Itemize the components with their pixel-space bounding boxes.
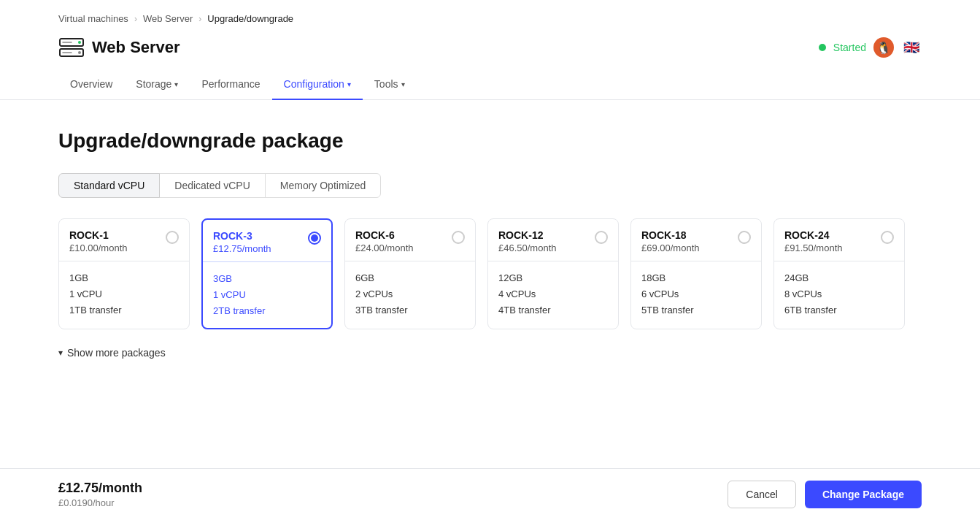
package-name: ROCK-18 <box>641 229 700 241</box>
status-indicator <box>819 44 826 51</box>
page-title: Upgrade/downgrade package <box>58 129 922 153</box>
packages-grid: ROCK-1 £10.00/month 1GB1 vCPU1TB transfe… <box>58 218 922 329</box>
package-radio[interactable] <box>738 231 751 244</box>
package-spec: 2TB transfer <box>213 303 321 319</box>
package-spec: 1TB transfer <box>69 302 179 318</box>
tab-tools[interactable]: Tools ▾ <box>363 69 417 100</box>
page-header: Web Server Started 🐧 🇬🇧 <box>0 37 980 58</box>
main-content: Upgrade/downgrade package Standard vCPU … <box>0 100 980 388</box>
package-card-rock-18[interactable]: ROCK-18 £69.00/month 18GB6 vCPUs5TB tran… <box>630 218 762 329</box>
package-spec: 6TB transfer <box>784 302 894 318</box>
package-info: ROCK-6 £24.00/month <box>355 229 414 253</box>
package-spec: 12GB <box>498 270 608 286</box>
package-card-header: ROCK-18 £69.00/month <box>631 219 761 261</box>
tab-performance[interactable]: Performance <box>190 69 271 100</box>
breadcrumb-web-server[interactable]: Web Server <box>143 13 193 24</box>
header-left: Web Server <box>58 37 180 58</box>
package-price: £46.50/month <box>498 242 557 253</box>
tab-overview[interactable]: Overview <box>58 69 124 100</box>
breadcrumb-sep-1: › <box>134 14 137 24</box>
package-card-rock-6[interactable]: ROCK-6 £24.00/month 6GB2 vCPUs3TB transf… <box>344 218 476 329</box>
package-card-body: 24GB8 vCPUs6TB transfer <box>774 261 904 327</box>
tools-chevron: ▾ <box>401 80 405 88</box>
os-badge: 🐧 <box>873 37 894 58</box>
breadcrumb-current: Upgrade/downgrade <box>207 13 293 24</box>
package-radio[interactable] <box>308 232 321 245</box>
package-spec: 4TB transfer <box>498 302 608 318</box>
package-info: ROCK-1 £10.00/month <box>69 229 128 253</box>
storage-chevron: ▾ <box>174 80 178 88</box>
package-price: £12.75/month <box>213 243 271 254</box>
package-spec: 1 vCPU <box>69 286 179 302</box>
package-spec: 8 vCPUs <box>784 286 894 302</box>
package-spec: 3TB transfer <box>355 302 465 318</box>
svg-point-3 <box>78 51 81 54</box>
package-name: ROCK-3 <box>213 230 271 242</box>
show-more-button[interactable]: ▾ Show more packages <box>58 347 922 359</box>
package-info: ROCK-18 £69.00/month <box>641 229 700 253</box>
package-card-rock-3[interactable]: ROCK-3 £12.75/month 3GB1 vCPU2TB transfe… <box>201 218 333 329</box>
package-price: £91.50/month <box>784 242 843 253</box>
header-right: Started 🐧 🇬🇧 <box>819 37 922 58</box>
breadcrumb-sep-2: › <box>198 14 201 24</box>
cpu-type-tabs: Standard vCPU Dedicated vCPU Memory Opti… <box>58 173 922 198</box>
package-card-body: 12GB4 vCPUs4TB transfer <box>488 261 618 327</box>
package-card-header: ROCK-6 £24.00/month <box>345 219 475 261</box>
package-spec: 6GB <box>355 270 465 286</box>
package-spec: 3GB <box>213 271 321 287</box>
package-spec: 1GB <box>69 270 179 286</box>
package-price: £69.00/month <box>641 242 700 253</box>
tab-storage[interactable]: Storage ▾ <box>124 69 190 100</box>
package-card-rock-1[interactable]: ROCK-1 £10.00/month 1GB1 vCPU1TB transfe… <box>58 218 190 329</box>
breadcrumb-virtual-machines[interactable]: Virtual machines <box>58 13 128 24</box>
tab-memory-optimized[interactable]: Memory Optimized <box>265 173 381 198</box>
package-price: £24.00/month <box>355 242 414 253</box>
package-spec: 2 vCPUs <box>355 286 465 302</box>
config-chevron: ▾ <box>347 80 351 88</box>
server-icon <box>58 37 85 58</box>
package-name: ROCK-1 <box>69 229 128 241</box>
package-name: ROCK-24 <box>784 229 843 241</box>
server-name: Web Server <box>92 38 180 57</box>
package-card-rock-24[interactable]: ROCK-24 £91.50/month 24GB8 vCPUs6TB tran… <box>773 218 905 329</box>
package-card-body: 6GB2 vCPUs3TB transfer <box>345 261 475 327</box>
package-spec: 4 vCPUs <box>498 286 608 302</box>
package-info: ROCK-24 £91.50/month <box>784 229 843 253</box>
package-radio[interactable] <box>595 231 608 244</box>
package-card-header: ROCK-1 £10.00/month <box>59 219 189 261</box>
package-card-body: 1GB1 vCPU1TB transfer <box>59 261 189 327</box>
package-card-body: 3GB1 vCPU2TB transfer <box>203 261 331 328</box>
nav-tabs: Overview Storage ▾ Performance Configura… <box>0 69 980 100</box>
tab-configuration[interactable]: Configuration ▾ <box>272 69 363 100</box>
package-spec: 18GB <box>641 270 751 286</box>
package-spec: 6 vCPUs <box>641 286 751 302</box>
package-price: £10.00/month <box>69 242 128 253</box>
package-spec: 24GB <box>784 270 894 286</box>
package-spec: 5TB transfer <box>641 302 751 318</box>
package-card-body: 18GB6 vCPUs5TB transfer <box>631 261 761 327</box>
package-radio[interactable] <box>166 231 179 244</box>
chevron-down-icon: ▾ <box>58 348 63 358</box>
tab-standard-vcpu[interactable]: Standard vCPU <box>58 173 160 198</box>
svg-point-2 <box>78 41 81 44</box>
package-name: ROCK-12 <box>498 229 557 241</box>
package-card-header: ROCK-24 £91.50/month <box>774 219 904 261</box>
package-info: ROCK-3 £12.75/month <box>213 230 271 254</box>
package-card-header: ROCK-3 £12.75/month <box>203 220 331 261</box>
package-info: ROCK-12 £46.50/month <box>498 229 557 253</box>
package-card-rock-12[interactable]: ROCK-12 £46.50/month 12GB4 vCPUs4TB tran… <box>487 218 619 329</box>
package-radio[interactable] <box>881 231 894 244</box>
status-text: Started <box>833 42 866 53</box>
show-more-label: Show more packages <box>67 347 166 359</box>
package-name: ROCK-6 <box>355 229 414 241</box>
package-radio[interactable] <box>452 231 465 244</box>
tab-dedicated-vcpu[interactable]: Dedicated vCPU <box>159 173 266 198</box>
package-spec: 1 vCPU <box>213 287 321 303</box>
breadcrumb: Virtual machines › Web Server › Upgrade/… <box>0 0 980 37</box>
flag-badge: 🇬🇧 <box>901 37 922 58</box>
package-card-header: ROCK-12 £46.50/month <box>488 219 618 261</box>
